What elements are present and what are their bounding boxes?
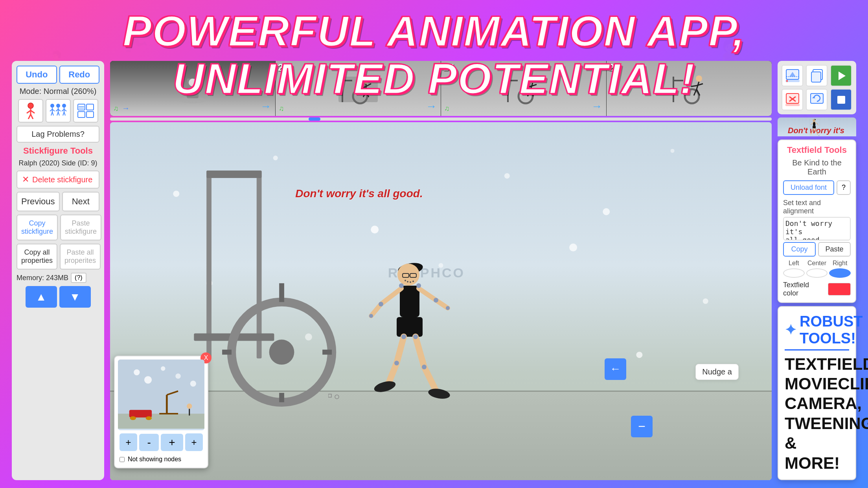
svg-rect-106 (397, 317, 423, 337)
memory-row: Memory: 243MB (?) (17, 273, 99, 283)
unload-font-button[interactable]: Unload font (783, 180, 834, 195)
right-sidebar: Don't worry it's all good. (778, 61, 856, 480)
align-left-label: Left (783, 260, 805, 267)
robust-tools-card: ✦ ROBUST TOOLS! TEXTFIELDS, MOVIECLIPS, … (778, 306, 856, 480)
align-left-radio[interactable] (783, 268, 805, 278)
stickfigure-tools-title: Stickfigure Tools (17, 146, 99, 156)
paste-all-properties-button[interactable]: Paste all properites (60, 244, 101, 270)
lag-problems-button[interactable]: Lag Problems? (17, 126, 99, 143)
textfield-tools-title: Textfield Tools (783, 145, 851, 155)
text-content-area[interactable]: Don't worry it's all good. (783, 217, 851, 240)
svg-point-111 (373, 379, 397, 394)
svg-point-172 (816, 131, 817, 132)
svg-line-167 (815, 128, 817, 132)
svg-rect-34 (78, 112, 85, 117)
svg-line-108 (389, 363, 397, 383)
align-right-label: Right (829, 260, 851, 267)
svg-point-118 (416, 283, 421, 288)
svg-line-104 (419, 288, 436, 300)
textfield-content-preview: Be Kind to the Earth (783, 158, 851, 176)
svg-rect-152 (785, 104, 800, 106)
textfield-color-swatch[interactable] (828, 283, 851, 295)
robust-icon: ✦ (785, 322, 796, 338)
mini-add-button[interactable]: + (120, 433, 137, 451)
preview-figure-area: Don't worry it's all good. (778, 117, 856, 136)
main-title: POWERFUL ANIMATION APP, UNLIMITED POTENT… (0, 7, 868, 102)
svg-line-165 (812, 128, 813, 132)
align-right-radio[interactable] (829, 268, 851, 278)
mini-plus-button[interactable]: + (161, 434, 183, 451)
svg-point-87 (269, 339, 294, 365)
svg-line-162 (815, 123, 817, 124)
mini-minus-button[interactable]: - (139, 434, 158, 451)
svg-point-78 (703, 299, 708, 304)
delete-stickfigure-button[interactable]: ✕ Delete stickfigure (17, 171, 99, 189)
svg-rect-84 (206, 171, 261, 178)
svg-point-114 (369, 314, 373, 318)
move-up-button[interactable]: ▲ (26, 286, 57, 308)
copy-stickfigure-button[interactable]: Copy stickfigure (17, 215, 58, 240)
main-canvas[interactable]: RALPHCO (110, 122, 772, 480)
speech-text: Don't worry it's all good. (295, 187, 423, 201)
svg-point-124 (335, 395, 339, 399)
svg-point-81 (636, 352, 642, 358)
center-panel: → ♫ → 26 (110, 61, 772, 480)
up-arrow-icon: ▲ (36, 291, 47, 303)
svg-rect-83 (257, 171, 262, 358)
mini-preview-image: 🔒 (118, 360, 204, 430)
svg-point-26 (62, 104, 66, 108)
svg-point-74 (671, 149, 675, 153)
svg-point-97 (405, 280, 406, 281)
multi-figure-icon[interactable] (46, 99, 71, 123)
svg-point-112 (427, 387, 451, 400)
paste-textfield-button[interactable]: Paste (818, 242, 851, 257)
previous-button[interactable]: Previous (17, 192, 60, 211)
svg-point-169 (811, 124, 811, 125)
down-arrow-icon: ▼ (70, 291, 81, 303)
main-content-area: Undo Redo Mode: Normal (260%) (12, 61, 856, 480)
svg-rect-132 (129, 410, 152, 417)
svg-rect-33 (86, 104, 94, 110)
svg-point-134 (146, 416, 152, 420)
paste-stickfigure-button[interactable]: Paste stickfigure (60, 215, 101, 240)
nodes-checkbox[interactable] (120, 457, 125, 462)
svg-line-31 (64, 112, 65, 116)
robust-description: TEXTFIELDS, MOVIECLIPS, CAMERA, TWEENING… (785, 354, 849, 473)
alignment-label: Set text and alignment (783, 199, 851, 215)
grid-view-icon[interactable] (73, 99, 98, 123)
svg-point-98 (407, 281, 408, 283)
nodes-label: Not showing nodes (128, 456, 181, 463)
svg-point-121 (394, 361, 399, 365)
svg-point-8 (28, 103, 33, 108)
align-center-radio[interactable] (806, 268, 828, 278)
textfield-color-label: Textfield color (783, 281, 825, 297)
question-button[interactable]: ? (837, 180, 851, 195)
svg-point-116 (446, 306, 450, 310)
copy-textfield-button[interactable]: Copy (783, 242, 816, 257)
svg-point-128 (144, 376, 152, 383)
svg-point-129 (175, 373, 180, 378)
svg-line-12 (28, 114, 31, 119)
move-down-button[interactable]: ▼ (59, 286, 91, 308)
next-button[interactable]: Next (62, 192, 99, 211)
canvas-minus-button[interactable]: − (631, 416, 653, 437)
svg-point-130 (190, 381, 196, 387)
mode-icon-row (17, 99, 99, 123)
main-stickfigure (342, 249, 479, 416)
copy-all-properties-button[interactable]: Copy all properties (17, 244, 57, 270)
left-sidebar: Undo Redo Mode: Normal (260%) (12, 61, 104, 480)
selection-handles (328, 388, 340, 402)
single-figure-icon[interactable] (18, 99, 43, 123)
copy-paste-tf-row: Copy Paste (783, 242, 851, 257)
svg-point-99 (410, 281, 411, 283)
mini-add2-button[interactable]: + (185, 433, 203, 451)
svg-point-122 (422, 365, 427, 369)
align-dots-row (783, 268, 851, 278)
svg-line-168 (817, 132, 818, 135)
svg-point-77 (569, 244, 577, 251)
nudge-left-button[interactable]: ← (605, 358, 626, 380)
svg-line-107 (397, 337, 404, 363)
svg-point-175 (819, 136, 819, 136)
help-button[interactable]: (?) (71, 273, 86, 283)
svg-point-72 (504, 173, 510, 179)
